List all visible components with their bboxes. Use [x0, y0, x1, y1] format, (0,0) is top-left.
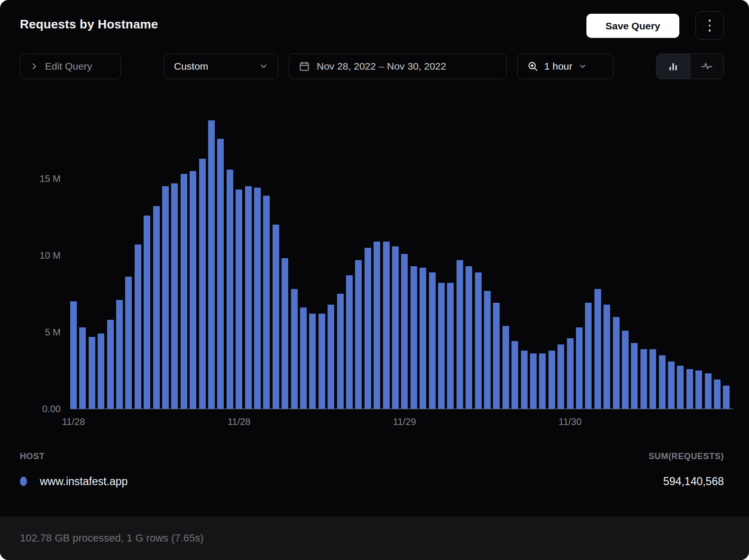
bar[interactable] [217, 139, 224, 409]
bar[interactable] [355, 260, 362, 409]
y-axis-tick-label: 0.00 [0, 404, 61, 415]
bar[interactable] [640, 349, 647, 409]
bar[interactable] [521, 351, 528, 409]
bar[interactable] [594, 289, 601, 409]
bar[interactable] [365, 248, 371, 409]
bar[interactable] [567, 338, 574, 409]
bar[interactable] [438, 283, 445, 409]
bar[interactable] [429, 272, 436, 409]
bar[interactable] [116, 300, 123, 409]
bar[interactable] [89, 337, 95, 409]
bar[interactable] [631, 343, 638, 409]
bar[interactable] [539, 353, 546, 409]
bar[interactable] [411, 266, 417, 409]
bar[interactable] [199, 159, 206, 409]
bar[interactable] [677, 366, 684, 409]
pulse-line-icon [700, 60, 713, 73]
bar[interactable] [208, 120, 215, 409]
bar[interactable] [171, 183, 178, 409]
bar[interactable] [319, 314, 325, 409]
bar[interactable] [181, 174, 187, 409]
range-preset-value: Custom [174, 61, 208, 72]
chevron-right-icon [30, 62, 38, 71]
bar[interactable] [457, 260, 463, 409]
legend-row-instafest[interactable]: www.instafest.app 594,140,568 [20, 474, 724, 489]
bar[interactable] [291, 289, 298, 409]
line-chart-toggle-button[interactable] [690, 54, 723, 79]
bar[interactable] [484, 291, 491, 409]
bar[interactable] [530, 353, 537, 409]
bar[interactable] [346, 275, 353, 409]
bar[interactable] [466, 266, 472, 409]
overflow-menu-button[interactable] [695, 11, 724, 40]
sum-value: 594,140,568 [663, 475, 724, 488]
y-axis-tick-label: 15 M [0, 173, 61, 184]
bar[interactable] [309, 314, 316, 409]
bar[interactable] [70, 301, 77, 409]
bar[interactable] [714, 379, 721, 409]
edit-query-label: Edit Query [45, 61, 92, 72]
bar[interactable] [420, 268, 426, 409]
bar[interactable] [659, 355, 666, 409]
bar[interactable] [162, 186, 169, 409]
bar[interactable] [79, 327, 86, 409]
bar[interactable] [401, 254, 408, 409]
bar[interactable] [686, 369, 693, 409]
bar[interactable] [668, 361, 675, 409]
bar[interactable] [245, 186, 252, 409]
bar[interactable] [135, 244, 141, 409]
bar[interactable] [548, 351, 555, 409]
bar[interactable] [622, 331, 629, 409]
bar[interactable] [557, 344, 564, 409]
bar[interactable] [585, 303, 592, 409]
bar[interactable] [144, 216, 150, 409]
bar[interactable] [300, 307, 307, 409]
bar[interactable] [383, 242, 390, 409]
calendar-icon [299, 61, 310, 72]
x-axis-tick-label: 11/30 [558, 416, 582, 427]
analytics-panel: Requests by Hostname Save Query Edit Que… [0, 0, 749, 560]
bar[interactable] [576, 327, 583, 409]
query-status-text: 102.78 GB processed, 1 G rows (7.65s) [20, 532, 204, 544]
bar[interactable] [107, 320, 114, 409]
series-color-dot [20, 477, 27, 486]
bar[interactable] [447, 283, 454, 409]
bar[interactable] [273, 225, 279, 409]
date-range-button[interactable]: Nov 28, 2022 – Nov 30, 2022 [289, 54, 507, 79]
bar[interactable] [392, 246, 399, 409]
bar[interactable] [328, 305, 334, 409]
save-query-button[interactable]: Save Query [586, 14, 679, 38]
bar[interactable] [512, 341, 518, 409]
bar-chart-toggle-button[interactable] [657, 54, 690, 79]
bar[interactable] [236, 190, 242, 409]
bar[interactable] [190, 171, 196, 409]
bar[interactable] [502, 326, 509, 409]
bar[interactable] [125, 277, 132, 409]
date-range-value: Nov 28, 2022 – Nov 30, 2022 [317, 61, 446, 72]
bar[interactable] [254, 188, 261, 409]
bar[interactable] [695, 370, 702, 409]
interval-select[interactable]: 1 hour [517, 54, 613, 79]
zoom-in-icon [527, 61, 539, 72]
kebab-icon [709, 19, 711, 32]
host-value: www.instafest.app [40, 475, 128, 488]
y-axis-tick-label: 5 M [0, 327, 61, 338]
bar[interactable] [374, 242, 380, 409]
bar[interactable] [705, 373, 712, 409]
bar[interactable] [337, 294, 344, 409]
x-axis-tick-label: 11/28 [228, 416, 251, 427]
bar[interactable] [263, 196, 270, 409]
bar[interactable] [227, 170, 233, 409]
bar[interactable] [603, 305, 610, 409]
bar[interactable] [613, 317, 620, 409]
bar[interactable] [649, 349, 656, 409]
bar[interactable] [153, 206, 160, 409]
bar[interactable] [475, 272, 482, 409]
bar[interactable] [282, 258, 288, 409]
bar[interactable] [98, 334, 104, 409]
bar[interactable] [723, 386, 730, 409]
bar[interactable] [493, 303, 500, 409]
edit-query-button[interactable]: Edit Query [20, 54, 121, 79]
range-preset-select[interactable]: Custom [164, 54, 278, 79]
x-axis-tick-label: 11/28 [62, 416, 85, 427]
